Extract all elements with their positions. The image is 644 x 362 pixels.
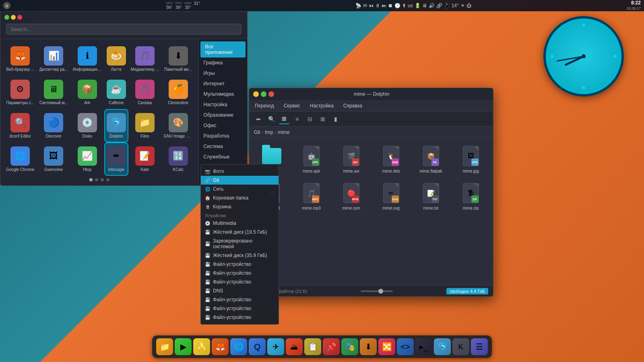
fm-device-reserved[interactable]: 💾Зарезервировано системой: [201, 237, 279, 251]
app-item-firefox[interactable]: 🦊Веб-браузер ...: [4, 43, 36, 75]
split-btn[interactable]: ⊠: [318, 114, 328, 124]
fm-place-git[interactable]: 🔗Git: [201, 176, 279, 185]
fm-device-dev1[interactable]: 💾Файл-устройство: [201, 260, 279, 269]
file-mime.flatpak[interactable]: 📦FKmime.flatpak: [413, 142, 449, 176]
volume-icon[interactable]: 🔊: [429, 3, 435, 8]
file-mime.deb[interactable]: 🐧DEBmime.deb: [373, 142, 409, 176]
fm-place-photo[interactable]: 📷Фото: [201, 167, 279, 176]
category-multimedia[interactable]: Мультимедиа: [199, 89, 247, 99]
fm-place-trash[interactable]: 🗑Корзина: [201, 202, 279, 211]
category-utilities[interactable]: Служебные: [199, 152, 247, 162]
app-item-inkscape[interactable]: ✒Inkscape: [105, 143, 128, 175]
taskbar-files[interactable]: 📁: [156, 338, 173, 355]
app-item-cantata[interactable]: 🎵Cantata: [129, 76, 161, 108]
app-item-info[interactable]: ℹИнформация ...: [71, 43, 103, 75]
clock-area[interactable]: 8:22 20.09.17: [627, 0, 641, 11]
app-item-discover[interactable]: 🔵Discover: [38, 110, 70, 142]
icons-view-btn[interactable]: ⊞: [279, 114, 289, 124]
power-icon[interactable]: ⏻: [466, 3, 471, 8]
menu-сервис[interactable]: Сервис: [282, 102, 302, 109]
pagination-dot-2[interactable]: [101, 178, 104, 181]
category-internet[interactable]: Интернет: [199, 78, 247, 89]
maximize-btn[interactable]: [261, 91, 266, 97]
app-item-htop[interactable]: 📈Htop: [71, 143, 103, 175]
app-item-kate[interactable]: 📝Kate: [129, 143, 161, 175]
close-btn[interactable]: [268, 91, 274, 97]
breadcrumb-tmp[interactable]: tmp: [265, 130, 273, 135]
taskbar-todo[interactable]: ☰: [471, 338, 488, 355]
battery-icon[interactable]: 🔋: [415, 3, 421, 8]
menu-переход[interactable]: Переход: [253, 102, 276, 109]
app-item-latte[interactable]: 🍮Латте: [105, 43, 128, 75]
file-mime.mp3[interactable]: 🎵MP3mime.mp3: [293, 179, 330, 213]
app-item-settings[interactable]: ⚙Параметры с...: [4, 76, 36, 108]
app-item-mediaplayer[interactable]: 🎵Медиаплеер ...: [129, 43, 161, 75]
app-item-dconf[interactable]: 🔍dconf Editor: [4, 110, 36, 142]
fm-device-dev2[interactable]: 💾Файл-устройство: [201, 269, 279, 278]
details-btn[interactable]: ≡: [292, 114, 302, 124]
category-settings[interactable]: Настройка: [199, 99, 247, 110]
app-item-caffeine[interactable]: ☕Caffeine: [105, 76, 128, 108]
fm-device-hdd2[interactable]: 💾Жёсткий диск (35.9 ГиБ): [201, 251, 279, 260]
fm-device-dev5[interactable]: 💾Файл-устройство: [201, 304, 279, 313]
fm-device-dev6[interactable]: 💾Файл-устройство: [201, 313, 279, 322]
columns-btn[interactable]: ⊟: [305, 114, 315, 124]
fm-device-dns[interactable]: 💾DNS: [201, 286, 279, 295]
menu-настройка[interactable]: Настройка: [308, 102, 335, 109]
taskbar-codium[interactable]: <>: [397, 338, 414, 355]
app-item-chrome[interactable]: 🌐Google Chrome: [4, 143, 36, 175]
app-item-clementine[interactable]: 🍊Clementine: [162, 76, 194, 108]
back-btn[interactable]: ⬅: [253, 114, 264, 124]
slider-thumb[interactable]: [378, 289, 383, 294]
app-item-files[interactable]: 📁Files: [129, 110, 161, 142]
category-games[interactable]: Игры: [199, 68, 247, 78]
taskbar-download[interactable]: ⬇: [360, 338, 377, 355]
pagination-dot-1[interactable]: [95, 178, 98, 181]
breadcrumb-git[interactable]: Git: [254, 130, 260, 135]
fm-place-network[interactable]: 🌐Сеть: [201, 185, 279, 193]
launcher-maximize-btn[interactable]: [4, 15, 9, 20]
category-development[interactable]: Разработка: [199, 131, 247, 141]
file-mime.txt[interactable]: 📝TXTmime.txt: [413, 179, 449, 213]
app-item-gnuimage[interactable]: 🎨GNU Image M...: [162, 110, 194, 142]
mail-icon[interactable]: ✉: [363, 3, 367, 8]
taskbar-kgx[interactable]: K: [452, 338, 469, 355]
app-item-dolphin[interactable]: 🐬Dolphin: [105, 110, 128, 142]
file-mime.jpg[interactable]: 🖼JPGmime.jpg: [452, 142, 489, 176]
file-mime.zip[interactable]: 🗜ZIPmime.zip: [452, 179, 489, 213]
file-mime.svg[interactable]: ✏SVGmime.svg: [373, 179, 409, 213]
mobile-icon[interactable]: 📱: [444, 3, 450, 8]
media-stop-icon[interactable]: ⏹: [388, 3, 393, 8]
app-item-kcalc[interactable]: 🔢KCalc: [162, 143, 194, 175]
category-all[interactable]: Все приложения: [200, 41, 246, 58]
taskbar-telegram[interactable]: ✈: [267, 338, 284, 355]
app-item-packagekit[interactable]: ⬇Пакетный ме...: [162, 43, 194, 75]
taskbar-smartgit[interactable]: 🔀: [378, 338, 395, 355]
menu-справка[interactable]: Справка: [342, 102, 364, 109]
slider-track[interactable]: [361, 290, 393, 292]
pagination-dot-3[interactable]: [106, 178, 109, 181]
zoom-slider[interactable]: [361, 290, 393, 292]
launcher-minimize-btn[interactable]: [11, 15, 16, 20]
fm-device-multimedia[interactable]: 💿Multimedia: [201, 219, 279, 228]
category-office[interactable]: Офис: [199, 120, 247, 131]
category-system[interactable]: Система: [199, 141, 247, 152]
launcher-close-btn[interactable]: [17, 15, 22, 20]
category-graphics[interactable]: Графика: [199, 58, 247, 68]
search-input[interactable]: [6, 24, 242, 35]
pagination-dot-0[interactable]: [89, 178, 93, 181]
media-pause-icon[interactable]: ⏸: [375, 3, 380, 8]
app-item-systemon[interactable]: 🖥Системный м...: [38, 76, 70, 108]
taskbar-firefox[interactable]: 🦊: [212, 338, 229, 355]
rss-icon[interactable]: 📡: [355, 3, 361, 8]
minimize-btn[interactable]: [253, 91, 259, 97]
file-mime.apk[interactable]: 🤖APKmime.apk: [293, 142, 330, 176]
brightness-icon[interactable]: ☀: [460, 3, 465, 8]
media-prev-icon[interactable]: ⏮: [369, 3, 374, 8]
taskbar-git2[interactable]: ⛰: [286, 338, 303, 355]
search-btn[interactable]: 🔍: [266, 114, 277, 124]
app-item-dispatcher[interactable]: 📊Диспетчер ра...: [38, 43, 70, 75]
app-item-gwenview[interactable]: 🖼Gwenview: [38, 143, 70, 175]
media-next-icon[interactable]: ⏭: [382, 3, 386, 8]
taskbar-dolphin2[interactable]: 🐬: [434, 338, 451, 355]
